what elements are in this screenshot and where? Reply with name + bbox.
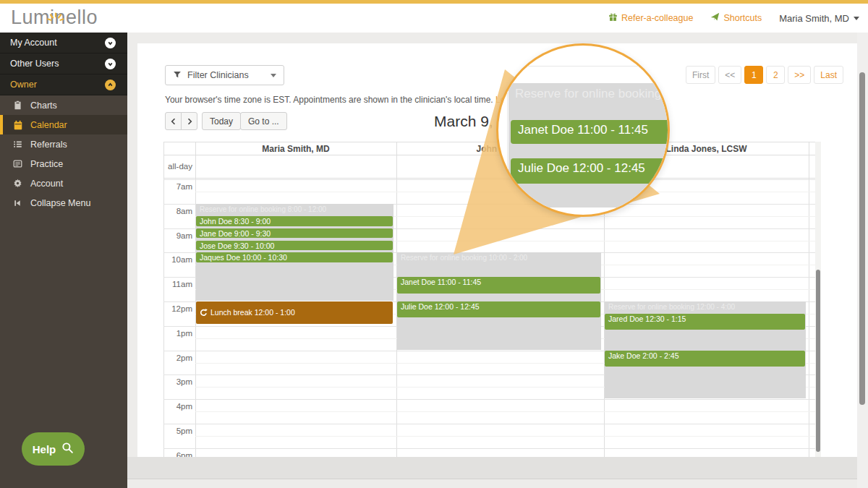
caret-down-icon — [854, 17, 859, 20]
sidebar-item-label: Calendar — [30, 120, 67, 130]
date-title: March 9, — [434, 113, 493, 130]
gift-icon — [608, 12, 618, 24]
link-label: Shortcuts — [723, 13, 762, 23]
sidebar-item-other-users[interactable]: Other Users — [0, 53, 127, 74]
refer-a-colleague-link[interactable]: Refer-a-colleague — [608, 12, 693, 24]
help-label: Help — [33, 443, 56, 455]
shortcuts-link[interactable]: Shortcuts — [710, 12, 762, 24]
calendar-scrollbar-thumb[interactable] — [816, 270, 820, 452]
page-scrollbar-thumb[interactable] — [859, 72, 865, 405]
paper-plane-icon — [710, 12, 720, 24]
calendar-scrollbar — [815, 142, 821, 457]
sidebar-item-referrals[interactable]: Referrals — [0, 134, 127, 154]
repeat-icon — [200, 309, 208, 317]
user-name: Maria Smith, MD — [779, 13, 849, 24]
sidebar-item-label: Practice — [30, 159, 63, 169]
pagination-button[interactable]: Last — [814, 66, 843, 84]
event-label: Lunch break 12:00 - 1:00 — [210, 308, 295, 317]
sidebar-item-calendar[interactable]: Calendar — [0, 115, 127, 134]
calendar-panel: Filter Clinicians Your browser's time zo… — [137, 43, 857, 457]
calendar-icon — [13, 120, 24, 130]
app-header: Luminello Refer-a-colleague Shortcuts Ma… — [0, 4, 868, 33]
sidebar-item-label: Charts — [30, 100, 57, 111]
timezone-text: Your browser's time zone is EST. Appoint… — [165, 95, 493, 105]
clinician-pagination: First<<12>>Last — [686, 66, 843, 84]
sidebar-item-my-account[interactable]: My Account — [0, 33, 127, 53]
calendar-event[interactable]: Jose Doe 9:30 - 10:00 — [196, 241, 393, 251]
list-alt-icon — [13, 159, 24, 168]
hour-gridline — [163, 399, 815, 400]
all-day-label: all-day — [163, 162, 192, 171]
pagination-button[interactable]: >> — [788, 66, 811, 84]
time-label: 1pm — [163, 329, 192, 338]
link-label: Refer-a-colleague — [621, 13, 693, 23]
pagination-button[interactable]: << — [718, 66, 741, 84]
calendar-event[interactable]: Jaques Doe 10:00 - 10:30 — [196, 252, 393, 262]
sidebar: My AccountOther UsersOwner ChartsCalenda… — [0, 33, 127, 488]
header-links: Refer-a-colleague Shortcuts Maria Smith,… — [608, 4, 859, 33]
sidebar-item-collapse-menu[interactable]: Collapse Menu — [0, 193, 127, 213]
sidebar-item-label: Owner — [10, 80, 37, 90]
time-label: 8am — [163, 207, 192, 215]
time-label: 7am — [163, 182, 192, 191]
caret-down-icon — [271, 74, 276, 77]
goto-date-button[interactable]: Go to ... — [240, 112, 287, 130]
calendar-event[interactable]: Julie Doe 12:00 - 12:45 — [397, 301, 600, 317]
panel-footer-strip — [127, 457, 857, 479]
list-icon — [13, 140, 24, 149]
half-hour-gridline — [195, 411, 815, 412]
calendar-event[interactable]: Jane Doe 9:00 - 9:30 — [196, 228, 393, 239]
magnified-event: Julie Doe 12:00 - 12:45 — [511, 158, 670, 184]
calendar-event[interactable]: Jake Doe 2:00 - 2:45 — [605, 351, 805, 367]
calendar-event[interactable]: Jared Doe 12:30 - 1:15 — [605, 314, 805, 330]
time-label: 3pm — [163, 377, 192, 386]
pagination-button[interactable]: First — [686, 66, 715, 84]
search-icon — [61, 442, 74, 456]
sidebar-item-label: Referrals — [30, 140, 67, 150]
time-label: 2pm — [163, 354, 192, 362]
hour-gridline — [163, 448, 815, 449]
time-label: 4pm — [163, 402, 192, 411]
sidebar-item-label: Collapse Menu — [30, 198, 90, 208]
calendar-event[interactable]: Lunch break 12:00 - 1:00 — [196, 301, 393, 324]
filter-clinicians-button[interactable]: Filter Clinicians — [165, 65, 284, 85]
chevron-up-circle-icon — [105, 80, 116, 90]
logo[interactable]: Luminello — [11, 7, 98, 29]
sidebar-item-label: Account — [30, 179, 63, 189]
calendar-event[interactable]: Janet Doe 11:00 - 11:45 — [397, 277, 600, 293]
help-button[interactable]: Help — [22, 432, 85, 466]
sidebar-item-charts[interactable]: Charts — [0, 95, 127, 115]
half-hour-gridline — [195, 192, 815, 192]
funnel-icon — [173, 70, 182, 81]
magnified-event: Janet Doe 11:00 - 11:45 — [511, 120, 670, 144]
sidebar-item-label: My Account — [10, 38, 57, 48]
magnified-reserve-block: Reserve for online booking 10:00 — [509, 83, 670, 207]
sidebar-item-owner[interactable]: Owner — [0, 74, 127, 95]
sidebar-owner-menu: ChartsCalendarReferralsPracticeAccountCo… — [0, 95, 127, 213]
pagination-button[interactable]: 1 — [744, 66, 763, 84]
clipboard-icon — [13, 100, 24, 110]
chevron-down-circle-icon — [105, 59, 116, 69]
calendar-event[interactable]: John Doe 8:30 - 9:00 — [196, 216, 393, 226]
time-label: 10am — [163, 255, 192, 264]
today-button[interactable]: Today — [202, 112, 241, 130]
hour-gridline — [163, 424, 815, 424]
sunburst-icon — [47, 5, 64, 27]
previous-day-button[interactable] — [165, 112, 182, 130]
timezone-notice: Your browser's time zone is EST. Appoint… — [165, 95, 542, 105]
magnifier-circle: Reserve for online booking 10:00 Janet D… — [496, 43, 670, 217]
column-border — [809, 142, 809, 457]
pagination-button[interactable]: 2 — [766, 66, 785, 84]
page-scrollbar — [857, 33, 868, 488]
column-header-maria-smith-md: Maria Smith, MD — [195, 142, 396, 155]
time-label: 11am — [163, 280, 192, 288]
sidebar-account-sections: My AccountOther UsersOwner — [0, 33, 127, 95]
all-day-row[interactable] — [163, 155, 815, 179]
gear-icon — [13, 179, 24, 188]
time-label: 9am — [163, 231, 192, 240]
next-day-button[interactable] — [181, 112, 197, 130]
sidebar-item-practice[interactable]: Practice — [0, 154, 127, 174]
sidebar-item-account[interactable]: Account — [0, 174, 127, 193]
hour-gridline — [163, 179, 815, 180]
user-menu[interactable]: Maria Smith, MD — [779, 13, 859, 24]
